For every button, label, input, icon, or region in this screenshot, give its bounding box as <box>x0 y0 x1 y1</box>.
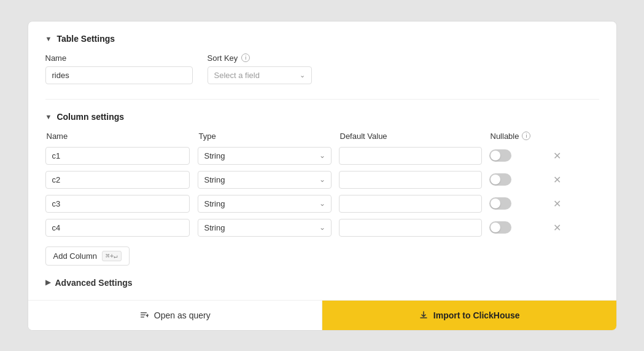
col-default-input-2[interactable] <box>339 171 482 189</box>
col-nullable-cell-4 <box>489 221 551 234</box>
table-row: String ✕ <box>45 195 599 213</box>
col-name-input-1[interactable] <box>45 147 190 165</box>
nullable-toggle-2[interactable] <box>489 173 511 186</box>
table-row: String ✕ <box>45 171 599 189</box>
col-name-input-2[interactable] <box>45 171 190 189</box>
column-settings-chevron[interactable]: ▼ <box>45 113 52 120</box>
col-default-cell-4 <box>339 219 489 237</box>
column-settings-label: Column settings <box>56 112 124 122</box>
col-default-cell-2 <box>339 171 489 189</box>
add-column-shortcut: ⌘+↵ <box>102 251 122 261</box>
col-nullable-cell-2 <box>489 173 551 186</box>
sort-key-label: Sort Key <box>208 53 238 63</box>
open-as-query-icon <box>139 310 149 320</box>
open-as-query-button[interactable]: Open as query <box>28 301 322 330</box>
settings-panel: ▼ Table Settings Name Sort Key i Select … <box>28 21 617 331</box>
col-type-select-1[interactable]: String <box>198 147 332 165</box>
panel-footer: Open as query Import to ClickHouse <box>28 300 616 330</box>
column-settings-header: ▼ Column settings <box>45 112 599 122</box>
svg-rect-2 <box>141 317 144 318</box>
add-column-button[interactable]: Add Column ⌘+↵ <box>45 246 130 266</box>
table-settings-chevron[interactable]: ▼ <box>45 35 52 42</box>
svg-rect-1 <box>141 314 145 315</box>
nullable-toggle-3[interactable] <box>489 197 511 210</box>
advanced-settings-section: ▶ Advanced Settings <box>45 278 599 288</box>
open-as-query-label: Open as query <box>154 310 211 320</box>
advanced-settings-chevron-icon: ▶ <box>45 278 50 286</box>
col-name-cell-4 <box>45 219 198 237</box>
import-icon <box>419 310 429 320</box>
col-default-cell-3 <box>339 195 489 213</box>
col-name-cell-1 <box>45 147 198 165</box>
advanced-settings-header[interactable]: ▶ Advanced Settings <box>45 278 599 288</box>
sort-key-select[interactable]: Select a field ⌄ <box>208 66 312 84</box>
nullable-toggle-1[interactable] <box>489 149 511 162</box>
sort-key-info-icon: i <box>241 53 250 62</box>
table-row: String ✕ <box>45 147 599 165</box>
col-name-cell-3 <box>45 195 198 213</box>
table-settings-label: Table Settings <box>56 34 115 44</box>
col-default-input-4[interactable] <box>339 219 482 237</box>
sort-key-placeholder: Select a field <box>214 71 260 80</box>
col-type-cell-2: String <box>198 171 332 189</box>
col-name-input-4[interactable] <box>45 219 190 237</box>
col-type-select-3[interactable]: String <box>198 195 332 213</box>
advanced-settings-label: Advanced Settings <box>55 278 133 288</box>
col-name-input-3[interactable] <box>45 195 190 213</box>
sort-key-label-row: Sort Key i <box>208 53 312 63</box>
col-remove-cell-3: ✕ <box>551 195 575 212</box>
col-type-cell-1: String <box>198 147 332 165</box>
remove-column-button-2[interactable]: ✕ <box>551 172 564 188</box>
divider-1 <box>45 99 599 100</box>
import-button[interactable]: Import to ClickHouse <box>322 301 616 330</box>
col-nullable-cell-3 <box>489 197 551 210</box>
sort-key-field-group: Sort Key i Select a field ⌄ <box>208 53 312 84</box>
sort-key-chevron-icon: ⌄ <box>300 71 305 79</box>
col-default-input-3[interactable] <box>339 195 482 213</box>
remove-column-button-1[interactable]: ✕ <box>551 148 564 164</box>
col-remove-cell-2: ✕ <box>551 172 575 188</box>
nullable-toggle-4[interactable] <box>489 221 511 234</box>
column-headers-row: Name Type Default Value Nullable i <box>45 132 599 141</box>
table-settings-header: ▼ Table Settings <box>45 34 599 44</box>
name-label: Name <box>45 53 193 63</box>
name-field-group: Name <box>45 53 193 84</box>
nullable-info-icon: i <box>522 132 530 140</box>
col-type-select-4[interactable]: String <box>198 219 332 237</box>
col-header-type: Type <box>199 132 340 141</box>
add-column-label: Add Column <box>53 251 98 261</box>
panel-body: ▼ Table Settings Name Sort Key i Select … <box>28 22 616 300</box>
import-label: Import to ClickHouse <box>433 310 520 320</box>
col-header-default-value: Default Value <box>340 132 491 141</box>
col-header-name: Name <box>47 132 199 141</box>
col-remove-cell-1: ✕ <box>551 148 575 164</box>
table-row: String ✕ <box>45 219 599 237</box>
col-name-cell-2 <box>45 171 198 189</box>
col-type-cell-4: String <box>198 219 332 237</box>
svg-marker-4 <box>146 314 148 318</box>
remove-column-button-4[interactable]: ✕ <box>551 219 564 236</box>
col-default-cell-1 <box>339 147 489 165</box>
table-settings-row: Name Sort Key i Select a field ⌄ <box>45 53 599 84</box>
col-remove-cell-4: ✕ <box>551 219 575 236</box>
nullable-label: Nullable <box>491 132 519 141</box>
svg-rect-0 <box>141 312 147 314</box>
col-header-nullable: Nullable i <box>491 132 552 141</box>
col-default-input-1[interactable] <box>339 147 482 165</box>
col-type-select-2[interactable]: String <box>198 171 332 189</box>
name-input[interactable] <box>45 66 193 84</box>
col-type-cell-3: String <box>198 195 332 213</box>
remove-column-button-3[interactable]: ✕ <box>551 195 564 212</box>
col-nullable-cell-1 <box>489 149 551 162</box>
